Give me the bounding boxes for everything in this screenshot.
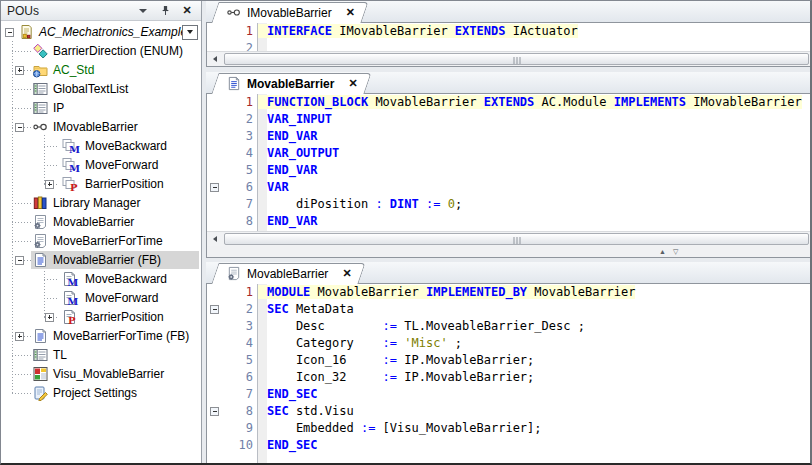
tree-item-label: AC_Std xyxy=(53,63,94,77)
method-itf-icon: M xyxy=(59,138,80,154)
tree-item-label: MovableBarrier (FB) xyxy=(53,253,161,267)
tree-item-label: MoveForward xyxy=(85,158,158,172)
pin-icon[interactable] xyxy=(157,4,173,18)
tree-item-body: MMoveForward xyxy=(58,289,161,307)
code-line: 6 Icon_32 := IP.MovableBarrier; xyxy=(207,369,810,386)
scrollbar-thumb[interactable] xyxy=(224,233,809,245)
line-number: 7 xyxy=(207,386,253,403)
tree-item-barrierposition[interactable]: PBarrierPosition xyxy=(1,308,201,327)
expand-icon[interactable] xyxy=(45,180,54,189)
line-number: 7 xyxy=(207,196,253,213)
line-number: 5 xyxy=(207,162,253,179)
tree-item-body: IMovableBarrier xyxy=(31,118,141,136)
code-text: END_SEC xyxy=(267,387,318,401)
expand-icon[interactable] xyxy=(45,313,54,322)
tree-item-movablebarrier-fb[interactable]: MovableBarrier (FB) xyxy=(1,251,201,270)
collapse-icon[interactable] xyxy=(15,123,24,132)
horizontal-scrollbar[interactable] xyxy=(207,51,810,66)
panel-dropdown-icon[interactable] xyxy=(135,4,151,18)
node-dropdown-button[interactable] xyxy=(182,25,198,40)
property-fb-icon: P xyxy=(59,309,80,325)
scrollbar-track[interactable] xyxy=(223,232,810,246)
tree-item-movebackward[interactable]: MMoveBackward xyxy=(1,270,201,289)
tree-item-movebarrierfortime[interactable]: MoveBarrierForTime xyxy=(1,232,201,251)
splitter-up-icon[interactable]: ▲ xyxy=(659,248,673,255)
code-editor[interactable]: 1FUNCTION_BLOCK MovableBarrier EXTENDS A… xyxy=(207,94,810,231)
tree-item-label: BarrierPosition xyxy=(85,310,164,324)
collapse-icon[interactable] xyxy=(15,256,24,265)
code-line: 8SEC std.Visu xyxy=(207,403,810,420)
tree-item-tl[interactable]: TL xyxy=(1,346,201,365)
tab-close-icon[interactable]: ✕ xyxy=(346,7,355,18)
code-line: 3END_VAR xyxy=(207,128,810,145)
line-number: 2 xyxy=(207,111,253,128)
tree-item-movablebarrier[interactable]: MovableBarrier xyxy=(1,213,201,232)
tree-item-label: Library Manager xyxy=(53,196,140,210)
scroll-left-icon[interactable] xyxy=(207,52,223,66)
tree-item-body: AC_Std xyxy=(31,61,97,79)
tree-item-moveforward[interactable]: MMoveForward xyxy=(1,156,201,175)
tab-bar: IMovableBarrier✕ xyxy=(206,1,811,23)
editor-tab-movablebarrier[interactable]: MovableBarrier✕ xyxy=(222,73,368,94)
tree-item-movebackward[interactable]: MMoveBackward xyxy=(1,137,201,156)
fb-icon xyxy=(226,76,242,91)
tree-item-barrierposition[interactable]: PBarrierPosition xyxy=(1,175,201,194)
code-editor[interactable]: 1MODULE MovableBarrier IMPLEMENTED_BY Mo… xyxy=(207,284,810,465)
editor-tab-imovablebarrier[interactable]: IMovableBarrier✕ xyxy=(222,2,365,23)
scrollbar-track[interactable] xyxy=(223,52,810,66)
scrollbar-thumb[interactable] xyxy=(224,53,809,65)
tree-item-visu-movablebarrier[interactable]: Visu_MovableBarrier xyxy=(1,365,201,384)
fb-icon xyxy=(32,328,49,344)
tree-guide-stub xyxy=(44,298,58,299)
tree-item-body: AC_Mechatronics_Example xyxy=(17,23,190,41)
code-line: 4 Category := 'Misc' ; xyxy=(207,335,810,352)
code-text: END_VAR xyxy=(267,214,318,228)
expand-icon[interactable] xyxy=(15,332,24,341)
tree-item-body: MMoveForward xyxy=(58,156,161,174)
tree-item-library-manager[interactable]: Library Manager xyxy=(1,194,201,213)
interface-icon xyxy=(32,119,49,135)
code-editor[interactable]: 1INTERFACE IMovableBarrier EXTENDS IActu… xyxy=(207,23,810,51)
code-line: 8END_VAR xyxy=(207,213,810,230)
tree-item-body: Project Settings xyxy=(31,384,140,402)
line-number: 8 xyxy=(207,213,253,230)
enum-icon xyxy=(32,43,49,59)
tree-item-body: MoveBarrierForTime xyxy=(31,232,166,250)
code-text: Icon_32 := IP.MovableBarrier; xyxy=(267,370,534,384)
editor-tab-movablebarrier[interactable]: MovableBarrier✕ xyxy=(222,263,362,284)
splitter-down-icon[interactable]: ▽ xyxy=(673,248,685,255)
splitter-strip: ▲▽ xyxy=(207,246,810,257)
tree-guide-stub xyxy=(12,108,31,109)
editor-body: 1MODULE MovableBarrier IMPLEMENTED_BY Mo… xyxy=(206,284,811,465)
pou-panel: POUs ✕ AC_Mechatronics_ExampleBarrierDir… xyxy=(1,1,202,463)
code-line: 5END_VAR xyxy=(207,162,810,179)
code-line: 10END_SEC xyxy=(207,437,810,454)
tree-item-body: IP xyxy=(31,99,67,117)
tab-label: MovableBarrier xyxy=(247,77,334,91)
tab-close-icon[interactable]: ✕ xyxy=(342,268,351,279)
tree-item-label: MoveBarrierForTime xyxy=(53,234,163,248)
fb-icon xyxy=(32,252,49,268)
tree-item-moveforward[interactable]: MMoveForward xyxy=(1,289,201,308)
tab-close-icon[interactable]: ✕ xyxy=(348,78,357,89)
collapse-icon[interactable] xyxy=(5,28,14,37)
tree-item-imovablebarrier[interactable]: IMovableBarrier xyxy=(1,118,201,137)
tree-item-globaltextlist[interactable]: GlobalTextList xyxy=(1,80,201,99)
tab-label: MovableBarrier xyxy=(247,267,328,281)
tree-item-body: MovableBarrier xyxy=(31,213,137,231)
scroll-left-icon[interactable] xyxy=(207,232,223,246)
tree-item-ac-mechatronics-example[interactable]: AC_Mechatronics_Example xyxy=(1,23,201,42)
tab-bar: MovableBarrier✕ xyxy=(206,72,811,94)
close-icon[interactable]: ✕ xyxy=(179,4,195,18)
horizontal-scrollbar[interactable] xyxy=(207,231,810,246)
tree-item-barrierdirection-enum[interactable]: BarrierDirection (ENUM) xyxy=(1,42,201,61)
library-icon xyxy=(32,195,49,211)
module-icon xyxy=(226,266,242,281)
tree-item-ac-std[interactable]: AC_Std xyxy=(1,61,201,80)
tree-item-ip[interactable]: IP xyxy=(1,99,201,118)
expand-icon[interactable] xyxy=(15,66,24,75)
tree-item-body: PBarrierPosition xyxy=(58,308,167,326)
tree-item-movebarrierfortime-fb[interactable]: MoveBarrierForTime (FB) xyxy=(1,327,201,346)
tab-bar: MovableBarrier✕ xyxy=(206,262,811,284)
tree-item-project-settings[interactable]: Project Settings xyxy=(1,384,201,403)
